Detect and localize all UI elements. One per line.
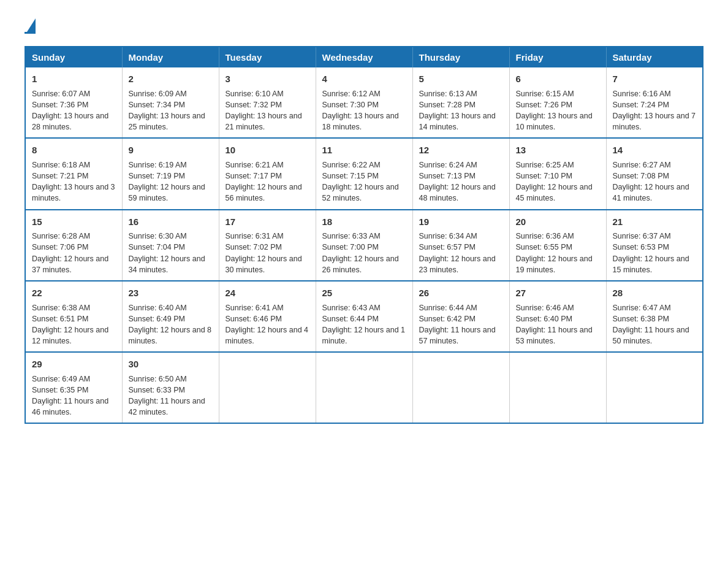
empty-cell [412, 352, 509, 423]
column-header-tuesday: Tuesday [219, 47, 316, 67]
sunrise-label: Sunrise: 6:18 AM [32, 161, 90, 169]
daylight-label: Daylight: 13 hours and 3 minutes. [32, 183, 115, 202]
sunrise-label: Sunrise: 6:19 AM [129, 161, 187, 169]
daylight-label: Daylight: 12 hours and 1 minute. [322, 326, 406, 345]
sunset-label: Sunset: 7:34 PM [129, 101, 185, 109]
sunset-label: Sunset: 7:00 PM [322, 243, 379, 251]
day-number: 19 [419, 215, 503, 229]
day-cell-29: 29Sunrise: 6:49 AMSunset: 6:35 PMDayligh… [25, 352, 122, 423]
day-cell-10: 10Sunrise: 6:21 AMSunset: 7:17 PMDayligh… [219, 138, 316, 209]
sunrise-label: Sunrise: 6:27 AM [613, 161, 671, 169]
daylight-label: Daylight: 13 hours and 25 minutes. [129, 112, 205, 131]
day-cell-4: 4Sunrise: 6:12 AMSunset: 7:30 PMDaylight… [316, 67, 412, 138]
sunset-label: Sunset: 6:44 PM [322, 315, 379, 323]
logo [25, 18, 36, 34]
day-cell-3: 3Sunrise: 6:10 AMSunset: 7:32 PMDaylight… [219, 67, 316, 138]
day-number: 20 [516, 215, 600, 229]
daylight-label: Daylight: 12 hours and 52 minutes. [322, 183, 399, 202]
daylight-label: Daylight: 13 hours and 7 minutes. [613, 112, 696, 131]
sunrise-label: Sunrise: 6:34 AM [419, 232, 477, 240]
day-number: 11 [322, 144, 406, 157]
day-number: 25 [322, 286, 406, 300]
sunrise-label: Sunrise: 6:10 AM [226, 90, 284, 98]
daylight-label: Daylight: 12 hours and 37 minutes. [32, 255, 108, 274]
daylight-label: Daylight: 12 hours and 23 minutes. [419, 255, 496, 274]
daylight-label: Daylight: 12 hours and 48 minutes. [419, 183, 496, 202]
daylight-label: Daylight: 13 hours and 14 minutes. [419, 112, 496, 131]
page-header [25, 18, 703, 34]
day-cell-28: 28Sunrise: 6:47 AMSunset: 6:38 PMDayligh… [606, 281, 703, 352]
week-row-1: 1Sunrise: 6:07 AMSunset: 7:36 PMDaylight… [25, 67, 703, 138]
sunset-label: Sunset: 6:38 PM [613, 315, 669, 323]
sunset-label: Sunset: 7:26 PM [516, 101, 572, 109]
sunrise-label: Sunrise: 6:46 AM [516, 304, 574, 312]
day-number: 24 [226, 286, 309, 300]
sunrise-label: Sunrise: 6:33 AM [322, 232, 381, 240]
day-number: 8 [32, 144, 116, 157]
sunrise-label: Sunrise: 6:31 AM [226, 232, 284, 240]
sunset-label: Sunset: 6:53 PM [613, 243, 669, 251]
week-row-5: 29Sunrise: 6:49 AMSunset: 6:35 PMDayligh… [25, 352, 703, 423]
sunrise-label: Sunrise: 6:16 AM [613, 90, 671, 98]
week-row-2: 8Sunrise: 6:18 AMSunset: 7:21 PMDaylight… [25, 138, 703, 209]
day-number: 23 [129, 286, 213, 300]
sunrise-label: Sunrise: 6:40 AM [129, 304, 187, 312]
daylight-label: Daylight: 12 hours and 59 minutes. [129, 183, 205, 202]
sunrise-label: Sunrise: 6:09 AM [129, 90, 187, 98]
sunset-label: Sunset: 6:46 PM [226, 315, 282, 323]
day-number: 14 [613, 144, 697, 157]
day-number: 17 [226, 215, 309, 229]
sunset-label: Sunset: 7:04 PM [129, 243, 185, 251]
sunset-label: Sunset: 6:33 PM [129, 386, 185, 394]
day-number: 10 [226, 144, 309, 157]
day-cell-6: 6Sunrise: 6:15 AMSunset: 7:26 PMDaylight… [509, 67, 606, 138]
sunset-label: Sunset: 6:42 PM [419, 315, 476, 323]
day-cell-14: 14Sunrise: 6:27 AMSunset: 7:08 PMDayligh… [606, 138, 703, 209]
day-number: 13 [516, 144, 600, 157]
day-number: 27 [516, 286, 600, 300]
day-cell-27: 27Sunrise: 6:46 AMSunset: 6:40 PMDayligh… [509, 281, 606, 352]
day-cell-12: 12Sunrise: 6:24 AMSunset: 7:13 PMDayligh… [412, 138, 509, 209]
day-number: 16 [129, 215, 213, 229]
day-cell-5: 5Sunrise: 6:13 AMSunset: 7:28 PMDaylight… [412, 67, 509, 138]
sunrise-label: Sunrise: 6:12 AM [322, 90, 381, 98]
daylight-label: Daylight: 11 hours and 46 minutes. [32, 397, 108, 416]
sunrise-label: Sunrise: 6:07 AM [32, 90, 90, 98]
sunset-label: Sunset: 7:02 PM [226, 243, 282, 251]
day-cell-16: 16Sunrise: 6:30 AMSunset: 7:04 PMDayligh… [122, 210, 219, 281]
day-cell-22: 22Sunrise: 6:38 AMSunset: 6:51 PMDayligh… [25, 281, 122, 352]
sunrise-label: Sunrise: 6:38 AM [32, 304, 90, 312]
sunrise-label: Sunrise: 6:44 AM [419, 304, 477, 312]
week-row-4: 22Sunrise: 6:38 AMSunset: 6:51 PMDayligh… [25, 281, 703, 352]
day-number: 5 [419, 72, 503, 86]
day-number: 26 [419, 286, 503, 300]
calendar-table: SundayMondayTuesdayWednesdayThursdayFrid… [25, 46, 703, 424]
column-header-thursday: Thursday [412, 47, 509, 67]
sunrise-label: Sunrise: 6:30 AM [129, 232, 187, 240]
sunrise-label: Sunrise: 6:24 AM [419, 161, 477, 169]
daylight-label: Daylight: 13 hours and 28 minutes. [32, 112, 108, 131]
calendar-header-row: SundayMondayTuesdayWednesdayThursdayFrid… [25, 47, 703, 67]
daylight-label: Daylight: 12 hours and 8 minutes. [129, 326, 212, 345]
day-cell-8: 8Sunrise: 6:18 AMSunset: 7:21 PMDaylight… [25, 138, 122, 209]
sunset-label: Sunset: 7:28 PM [419, 101, 476, 109]
day-number: 4 [322, 72, 406, 86]
daylight-label: Daylight: 11 hours and 50 minutes. [613, 326, 689, 345]
week-row-3: 15Sunrise: 6:28 AMSunset: 7:06 PMDayligh… [25, 210, 703, 281]
daylight-label: Daylight: 12 hours and 45 minutes. [516, 183, 593, 202]
sunset-label: Sunset: 7:32 PM [226, 101, 282, 109]
daylight-label: Daylight: 12 hours and 12 minutes. [32, 326, 108, 345]
sunset-label: Sunset: 7:24 PM [613, 101, 669, 109]
day-number: 22 [32, 286, 116, 300]
sunset-label: Sunset: 7:15 PM [322, 172, 379, 180]
day-cell-15: 15Sunrise: 6:28 AMSunset: 7:06 PMDayligh… [25, 210, 122, 281]
column-header-sunday: Sunday [25, 47, 122, 67]
daylight-label: Daylight: 12 hours and 19 minutes. [516, 255, 593, 274]
sunset-label: Sunset: 7:17 PM [226, 172, 282, 180]
day-cell-1: 1Sunrise: 6:07 AMSunset: 7:36 PMDaylight… [25, 67, 122, 138]
sunset-label: Sunset: 6:40 PM [516, 315, 572, 323]
column-header-monday: Monday [122, 47, 219, 67]
sunrise-label: Sunrise: 6:41 AM [226, 304, 284, 312]
daylight-label: Daylight: 13 hours and 18 minutes. [322, 112, 399, 131]
day-cell-11: 11Sunrise: 6:22 AMSunset: 7:15 PMDayligh… [316, 138, 412, 209]
